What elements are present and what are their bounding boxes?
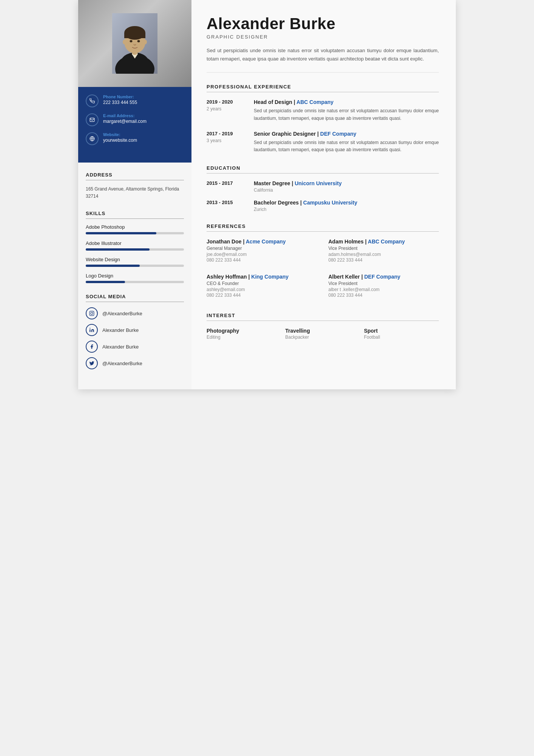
interests-list: Photography Editing Travelling Backpacke… (207, 328, 439, 340)
exp-year: 2017 - 2019 (207, 131, 244, 136)
edu-date-col: 2015 - 2017 (207, 180, 244, 193)
interest-item: Sport Football (364, 328, 439, 340)
exp-duration: 3 years (207, 138, 244, 143)
person-name: Alexander Burke (207, 15, 439, 33)
interest-name: Photography (207, 328, 281, 334)
skill-bar-fill (86, 232, 156, 234)
education-title: EDUCATION (207, 165, 439, 174)
ref-phone: 080 222 333 444 (207, 257, 317, 263)
svg-point-16 (93, 312, 93, 313)
interest-sub: Backpacker (285, 335, 360, 340)
resume-container: Phone Number: 222 333 444 555 E-mail Add… (78, 0, 456, 389)
person-title: GRAPHIC DESIGNER (207, 34, 439, 40)
social-handle: Alexander Burke (102, 327, 139, 333)
linkedin-icon (86, 324, 98, 336)
skills-section: SKILLS Adobe Photoshop Adobe Illustrator… (86, 211, 184, 283)
references-section: REFERENCES Jonathan Doe | Acme Company G… (207, 223, 439, 301)
education-item: 2013 - 2015 Bachelor Degrees | Campusku … (207, 200, 439, 212)
profile-photo (78, 0, 191, 87)
exp-role: Head of Design | ABC Company (254, 99, 439, 105)
edu-university: Campusku University (303, 200, 357, 206)
skill-bar-bg (86, 281, 184, 283)
edu-content: Master Degree | Unicorn University Calif… (254, 180, 439, 193)
skill-bar-bg (86, 248, 184, 251)
experience-list: 2019 - 2020 2 years Head of Design | ABC… (207, 99, 439, 154)
main-content: Alexander Burke GRAPHIC DESIGNER Sed ut … (191, 0, 456, 389)
svg-point-11 (144, 40, 147, 44)
ref-email: alber t .keller@email.com (329, 287, 439, 292)
reference-item: Adam Holmes | ABC Company Vice President… (329, 239, 439, 263)
email-label: E-mail Address: (103, 113, 147, 118)
ref-phone: 080 222 333 444 (207, 293, 317, 298)
references-list: Jonathan Doe | Acme Company General Mana… (207, 239, 439, 301)
edu-degree: Bachelor Degrees | Campusku University (254, 200, 439, 206)
interest-name: Travelling (285, 328, 360, 334)
exp-year: 2019 - 2020 (207, 99, 244, 105)
ref-role: General Manager (207, 246, 317, 251)
address-value: 165 Grand Avenue, Altamonte Springs, Flo… (86, 186, 184, 200)
social-list: @AlexanderBurke Alexander Burke Alexande… (86, 307, 184, 369)
edu-location: California (254, 187, 439, 193)
social-item: Alexander Burke (86, 341, 184, 353)
address-title: ADDRESS (86, 172, 184, 180)
email-icon (86, 113, 99, 126)
address-section: ADDRESS 165 Grand Avenue, Altamonte Spri… (86, 172, 184, 200)
svg-rect-12 (90, 118, 94, 121)
interest-sub: Editing (207, 335, 281, 340)
interests-title: INTEREST (207, 313, 439, 321)
website-label: Website: (103, 132, 137, 137)
exp-role: Senior Graphic Designer | DEF Company (254, 131, 439, 137)
skill-name: Logo Design (86, 273, 184, 279)
svg-rect-14 (90, 311, 94, 316)
phone-value: 222 333 444 555 (103, 100, 137, 105)
ref-role: Vice President (329, 246, 439, 251)
website-value: yourwebsite.com (103, 138, 137, 143)
skill-bar-bg (86, 265, 184, 267)
edu-year: 2013 - 2015 (207, 200, 244, 205)
experience-item: 2019 - 2020 2 years Head of Design | ABC… (207, 99, 439, 122)
ref-company: King Company (251, 274, 289, 280)
ref-role: CEO & Founder (207, 281, 317, 286)
sidebar: Phone Number: 222 333 444 555 E-mail Add… (78, 0, 191, 389)
edu-content: Bachelor Degrees | Campusku University Z… (254, 200, 439, 212)
ref-email: ashley@email.com (207, 287, 317, 292)
interest-item: Travelling Backpacker (285, 328, 360, 340)
website-text: Website: yourwebsite.com (103, 132, 137, 143)
skills-title: SKILLS (86, 211, 184, 219)
skill-item: Adobe Illustrator (86, 240, 184, 251)
svg-point-15 (91, 312, 93, 314)
svg-point-9 (137, 40, 140, 42)
exp-desc: Sed ut perspiciatis unde omnis iste natu… (254, 139, 439, 154)
reference-item: Ashley Hoffman | King Company CEO & Foun… (207, 274, 317, 298)
header-section: Alexander Burke GRAPHIC DESIGNER Sed ut … (207, 15, 439, 73)
exp-desc: Sed ut perspiciatis unde omnis iste natu… (254, 107, 439, 122)
email-value: margaret@email.com (103, 119, 147, 124)
experience-item: 2017 - 2019 3 years Senior Graphic Desig… (207, 131, 439, 154)
facebook-icon (86, 341, 98, 353)
phone-label: Phone Number: (103, 94, 137, 99)
interest-sub: Football (364, 335, 439, 340)
instagram-icon (86, 307, 98, 319)
exp-company: ABC Company (296, 99, 333, 105)
skill-item: Logo Design (86, 273, 184, 283)
svg-point-8 (130, 40, 133, 42)
interests-section: INTEREST Photography Editing Travelling … (207, 313, 439, 340)
contact-section: Phone Number: 222 333 444 555 E-mail Add… (78, 87, 191, 163)
ref-phone: 080 222 333 444 (329, 293, 439, 298)
skill-bar-fill (86, 265, 140, 267)
ref-email: joe.doe@email.com (207, 252, 317, 257)
ref-name: Albert Keller | DEF Company (329, 274, 439, 280)
experience-title: PROFESSIONAL EXPERIENCE (207, 84, 439, 92)
social-item: @AlexanderBurke (86, 307, 184, 319)
skill-item: Website Design (86, 257, 184, 267)
skill-item: Adobe Photoshop (86, 224, 184, 234)
interest-name: Sport (364, 328, 439, 334)
skill-bar-fill (86, 248, 150, 251)
email-text: E-mail Address: margaret@email.com (103, 113, 147, 124)
ref-company: Acme Company (246, 239, 286, 245)
exp-company: DEF Company (320, 131, 357, 137)
education-section: EDUCATION 2015 - 2017 Master Degree | Un… (207, 165, 439, 212)
edu-year: 2015 - 2017 (207, 180, 244, 186)
experience-section: PROFESSIONAL EXPERIENCE 2019 - 2020 2 ye… (207, 84, 439, 154)
skill-name: Adobe Photoshop (86, 224, 184, 230)
